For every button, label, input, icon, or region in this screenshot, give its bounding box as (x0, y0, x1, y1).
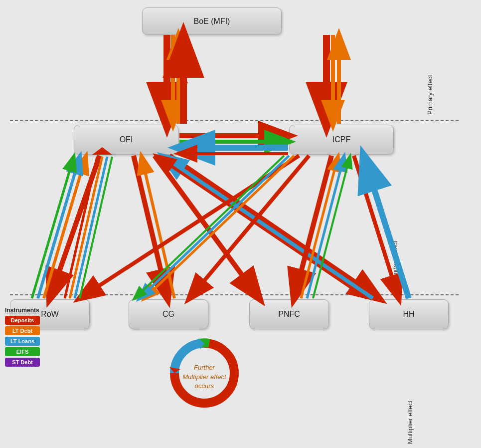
svg-line-29 (145, 156, 294, 298)
pnfc-node: PNFC (249, 299, 329, 329)
legend-st-debt: ST Debt (5, 358, 42, 367)
boe-node: BoE (MFI) (142, 7, 282, 35)
svg-line-30 (140, 156, 289, 298)
primary-effect-label: Primary effect (380, 15, 480, 115)
svg-line-31 (135, 156, 284, 298)
svg-line-33 (70, 157, 102, 298)
lt-loans-label: LT Loans (10, 338, 34, 344)
eifs-label: EIFS (16, 349, 28, 355)
ofi-label: OFI (120, 135, 133, 144)
svg-line-12 (44, 157, 86, 298)
lt-debt-label: LT Debt (12, 328, 32, 334)
legend-eifs: EIFS (5, 347, 42, 356)
svg-line-17 (155, 156, 259, 298)
multiplier-desc: Multiplier effect (182, 373, 226, 381)
legend-lt-loans: LT Loans (5, 337, 42, 346)
pnfc-label: PNFC (278, 310, 300, 319)
icpf-node: ICPF (289, 125, 394, 155)
row-label: RoW (41, 310, 59, 319)
dashed-line-1 (10, 120, 459, 121)
lt-loans-color: LT Loans (5, 337, 40, 346)
lt-debt-color: LT Debt (5, 326, 40, 335)
dashed-line-2 (10, 294, 459, 295)
main-diagram: Primary effect Secondary effect Multipli… (0, 0, 481, 448)
multiplier-further: Further (194, 364, 215, 371)
svg-line-22 (189, 156, 309, 298)
boe-label: BoE (MFI) (194, 17, 230, 26)
legend-lt-debt: LT Debt (5, 326, 42, 335)
legend-deposits: Deposits (5, 316, 42, 325)
svg-line-34 (75, 157, 107, 298)
icpf-label: ICPF (332, 135, 350, 144)
cg-node: CG (129, 299, 208, 329)
st-debt-label: ST Debt (12, 359, 33, 365)
svg-line-11 (50, 156, 100, 298)
eifs-color: EIFS (5, 347, 40, 356)
svg-line-35 (80, 157, 112, 298)
hh-node: HH (369, 299, 449, 329)
svg-line-21 (80, 156, 299, 298)
hh-label: HH (403, 310, 414, 319)
deposits-color: Deposits (5, 316, 40, 325)
svg-line-32 (65, 157, 97, 298)
svg-line-13 (38, 157, 80, 298)
multiplier-text: Further Multiplier effect occurs (177, 363, 232, 391)
cg-label: CG (162, 310, 174, 319)
svg-line-15 (134, 156, 167, 298)
multiplier-occurs: occurs (195, 382, 214, 390)
svg-line-16 (142, 157, 174, 298)
svg-line-14 (32, 157, 74, 298)
ofi-node: OFI (74, 125, 178, 155)
legend: Instruments Deposits LT Debt LT Loans EI… (5, 307, 42, 368)
st-debt-color: ST Debt (5, 358, 40, 367)
legend-title: Instruments (5, 307, 42, 314)
deposits-label: Deposits (11, 317, 34, 323)
